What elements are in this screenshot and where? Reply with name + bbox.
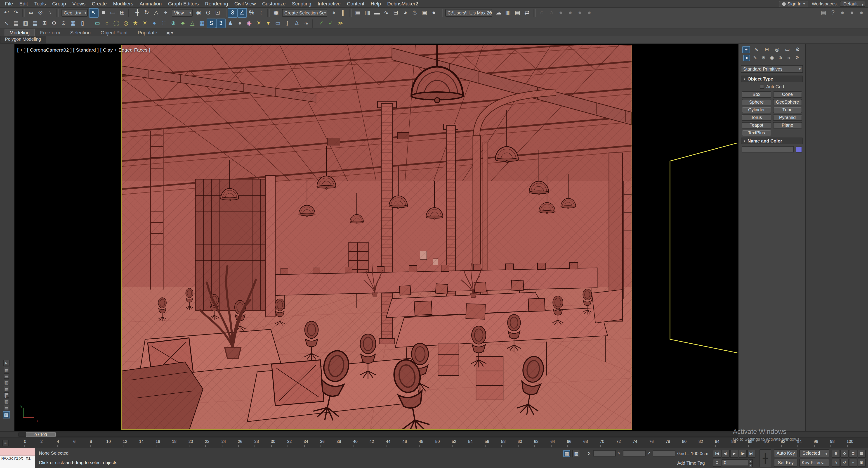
cylinder-tool-icon[interactable]: ▯ <box>78 19 87 28</box>
star-shape-icon[interactable]: ★ <box>131 19 140 28</box>
checker-icon[interactable]: ▦ <box>197 19 207 28</box>
maxscript-listener-line[interactable]: MAXScript Mi <box>0 456 35 468</box>
curve-editor-icon[interactable]: ∿ <box>381 8 391 18</box>
maxscript-macro-line[interactable] <box>0 448 35 456</box>
menu-modifiers[interactable]: Modifiers <box>110 0 136 7</box>
menu-group[interactable]: Group <box>49 0 69 7</box>
select-and-manipulate-icon[interactable]: ⊙ <box>204 8 213 18</box>
mouse-tool-icon[interactable]: ⊙ <box>59 19 68 28</box>
spinner-down-icon[interactable]: ▼ <box>749 463 753 467</box>
rectangle-shape-icon[interactable]: ▭ <box>93 19 102 28</box>
reference-coordinate-dropdown[interactable]: View▾ <box>172 9 193 17</box>
viewport-layout-icon[interactable]: ▤ <box>819 8 828 18</box>
geometry-category-icon[interactable]: ● <box>743 55 750 61</box>
unlink-selection-icon[interactable]: ⊘ <box>36 8 45 18</box>
toggle-layer-explorer-icon[interactable]: ▥ <box>363 8 372 18</box>
bind-to-space-warp-icon[interactable]: ≈ <box>45 8 55 18</box>
gray-sphere-icon-4[interactable]: ● <box>585 8 594 18</box>
polygon-modeling-tab[interactable]: Polygon Modeling <box>0 36 46 43</box>
color-swatch[interactable] <box>796 146 802 152</box>
toggle-ribbon-icon[interactable]: ▬ <box>372 8 381 18</box>
window-crossing-icon[interactable]: ⊞ <box>118 8 127 18</box>
utilities-tab-icon[interactable]: ⚙ <box>794 46 802 53</box>
select-and-place-icon[interactable]: ⌖ <box>161 8 170 18</box>
script-editor-icon[interactable]: ▥ <box>21 19 30 28</box>
track-bar[interactable]: ≡ 02468101214161820222426283032343638404… <box>0 437 868 448</box>
primitives-dropdown[interactable]: Standard Primitives ▾ <box>741 65 803 73</box>
atom-icon[interactable]: ⊕ <box>168 19 178 28</box>
user-circle-icon[interactable]: ● <box>838 8 847 18</box>
measure-icon[interactable]: ⊞ <box>40 19 49 28</box>
maximize-viewport-icon[interactable]: ▣ <box>858 459 866 467</box>
menu-debrismaker2[interactable]: DebrisMaker2 <box>384 0 421 7</box>
objtype-torus[interactable]: Torus <box>742 114 771 121</box>
menu-customize[interactable]: Customize <box>259 0 289 7</box>
angle-snap-icon[interactable]: ∠ <box>237 8 247 18</box>
z-coord-field[interactable] <box>653 450 675 457</box>
menu-civil-view[interactable]: Civil View <box>231 0 259 7</box>
plugin-icon-2[interactable]: ◌ <box>547 8 556 18</box>
menu-rendering[interactable]: Rendering <box>202 0 231 7</box>
foliage-icon[interactable]: ♣ <box>178 19 188 28</box>
scene-explorer-icon[interactable]: ▤ <box>11 19 21 28</box>
sun-daylight-icon[interactable]: ☀ <box>140 19 150 28</box>
viewport-layout-preset-5[interactable]: ▛ <box>4 392 9 398</box>
align-icon[interactable]: ∥ <box>338 8 348 18</box>
track-bar-options-icon[interactable]: ≡ <box>2 440 8 446</box>
gray-sphere-icon-2[interactable]: ● <box>565 8 575 18</box>
point-grid-icon[interactable]: ∷ <box>159 19 168 28</box>
key-filters-button[interactable]: Key Filters... <box>799 459 829 467</box>
objtype-plane[interactable]: Plane <box>773 122 802 128</box>
percent-snap-icon[interactable]: % <box>247 8 256 18</box>
viewport[interactable]: [ + ] [ CoronaCamera02 ] [ Standard ] [ … <box>14 44 738 431</box>
menu-help[interactable]: Help <box>368 0 384 7</box>
menu-tools[interactable]: Tools <box>31 0 49 7</box>
redo-icon[interactable]: ↷ <box>11 8 21 18</box>
render-gallery-icon[interactable]: ▥ <box>503 8 513 18</box>
sign-in-button[interactable]: Sign In ▾ <box>779 1 808 7</box>
mirror-icon[interactable]: ◑ <box>329 8 338 18</box>
biped-icon[interactable]: ♙ <box>292 19 302 28</box>
modify-tab-icon[interactable]: ∿ <box>753 46 761 53</box>
layout-tab-open-button[interactable]: ▸ <box>3 360 9 366</box>
previous-frame-icon[interactable]: ◀| <box>721 450 730 458</box>
render-production-icon[interactable]: ● <box>429 8 438 18</box>
rectangular-selection-region-icon[interactable]: ▭ <box>108 8 118 18</box>
object-type-rollout-header[interactable]: ▾ Object Type <box>741 76 803 82</box>
menu-file[interactable]: File <box>2 0 16 7</box>
display-tab-icon[interactable]: ▭ <box>783 46 791 53</box>
layers-icon[interactable]: ▦ <box>68 19 78 28</box>
material-editor-icon[interactable]: ◕ <box>401 8 410 18</box>
frame-spinner[interactable]: ▲▼ <box>749 459 753 466</box>
toggle-scene-explorer-icon[interactable]: ▤ <box>353 8 363 18</box>
systems-category-icon[interactable]: ⚙ <box>794 55 801 61</box>
notification-circle-icon[interactable]: ● <box>857 8 866 18</box>
objtype-sphere[interactable]: Sphere <box>742 99 771 106</box>
lights-category-icon[interactable]: ☀ <box>760 55 767 61</box>
objtype-pyramid[interactable]: Pyramid <box>773 114 802 121</box>
objtype-geosphere[interactable]: GeoSphere <box>773 99 802 106</box>
asset-library-icon[interactable]: ▤ <box>513 8 522 18</box>
help-circle-icon[interactable]: ? <box>828 8 838 18</box>
snap-3-icon[interactable]: 3 <box>216 19 225 28</box>
keyboard-override-icon[interactable]: ⊡ <box>213 8 222 18</box>
settings-gear-icon[interactable]: ⚙ <box>49 19 59 28</box>
snaps-toggle-3d-icon[interactable]: 3 <box>228 8 237 18</box>
camera-icon[interactable]: ◉ <box>245 19 254 28</box>
field-of-view-icon[interactable]: △ <box>849 459 857 467</box>
selection-set-dropdown[interactable]: Selected ▾ <box>799 449 829 457</box>
play-icon[interactable]: ▶ <box>730 450 738 458</box>
notes-icon[interactable]: ▤ <box>30 19 40 28</box>
menu-graph-editors[interactable]: Graph Editors <box>165 0 202 7</box>
viewport-layout-preset-7[interactable]: ▤ <box>4 405 9 410</box>
viewport-label[interactable]: [ + ] [ CoronaCamera02 ] [ Standard ] [ … <box>17 47 150 53</box>
green-check-icon[interactable]: ✓ <box>316 19 326 28</box>
viewport-layout-preset-6[interactable]: ▦ <box>4 399 9 404</box>
camera-render-frame[interactable] <box>122 45 631 429</box>
menu-create[interactable]: Create <box>89 0 110 7</box>
viewport-layout-preset-4[interactable]: ▦ <box>4 386 9 391</box>
objtype-cone[interactable]: Cone <box>773 91 802 98</box>
zoom-icon[interactable]: ⊕ <box>832 450 840 458</box>
omni-light-icon[interactable]: ☀ <box>254 19 264 28</box>
gray-sphere-icon-3[interactable]: ● <box>575 8 585 18</box>
